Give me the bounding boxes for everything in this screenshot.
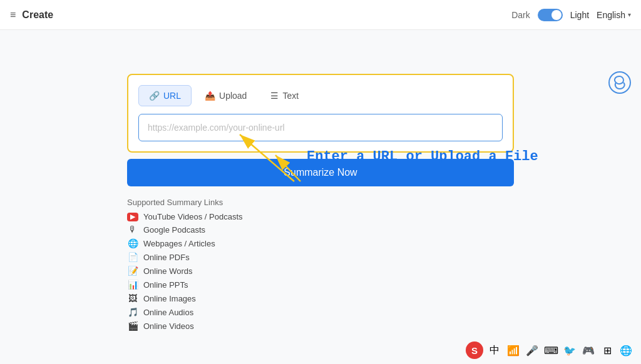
images-icon: 🖼 <box>127 293 138 304</box>
item-label-google-podcasts: Google Podcasts <box>143 225 205 235</box>
upload-icon: 📤 <box>205 91 215 101</box>
url-icon: 🔗 <box>149 91 160 101</box>
supported-links-section: Supported Summary Links ▶ YouTube Videos… <box>127 198 514 331</box>
item-label-audios: Online Audios <box>143 308 193 317</box>
list-item-images: 🖼 Online Images <box>127 293 514 304</box>
tab-url[interactable]: 🔗 URL <box>138 85 192 106</box>
list-item-youtube: ▶ YouTube Videos / Podcasts <box>127 212 514 221</box>
theme-toggle[interactable] <box>538 9 563 21</box>
ppt-icon: 📊 <box>127 279 138 290</box>
item-label-words: Online Words <box>143 266 193 276</box>
theme-dark-label: Dark <box>511 10 530 20</box>
webpages-icon: 🌐 <box>127 238 138 249</box>
callout-text: Enter a URL or Upload a File <box>307 149 538 164</box>
tab-url-label: URL <box>163 91 181 101</box>
item-label-ppts: Online PPTs <box>143 280 188 290</box>
item-label-images: Online Images <box>143 294 196 303</box>
grid-icon: ⊞ <box>600 343 615 358</box>
word-icon: 📝 <box>127 265 138 276</box>
menu-icon[interactable]: ≡ <box>10 9 16 21</box>
app-title: Create <box>22 9 53 21</box>
item-label-youtube: YouTube Videos / Podcasts <box>143 212 243 221</box>
bottom-taskbar: S 中 📶 🎤 ⌨ 🐦 🎮 ⊞ 🌐 <box>466 341 633 359</box>
game-icon: 🎮 <box>581 343 596 358</box>
bird-icon: 🐦 <box>562 343 577 358</box>
header: ≡ Create Dark Light English ▾ <box>0 0 641 30</box>
list-item-words: 📝 Online Words <box>127 265 514 276</box>
list-item-google-podcasts: 🎙 Google Podcasts <box>127 224 514 235</box>
text-icon: ☰ <box>270 91 279 101</box>
s-icon: S <box>466 341 483 359</box>
list-item-audios: 🎵 Online Audios <box>127 306 514 318</box>
supported-title: Supported Summary Links <box>127 198 514 207</box>
mic-icon: 🎤 <box>525 343 540 358</box>
tab-upload-label: Upload <box>219 91 247 101</box>
list-item-videos: 🎬 Online Videos <box>127 320 514 331</box>
list-item-webpages: 🌐 Webpages / Articles <box>127 238 514 249</box>
list-item-pdfs: 📄 Online PDFs <box>127 251 514 263</box>
language-label: English <box>597 10 625 20</box>
keyboard-icon: ⌨ <box>543 343 558 358</box>
header-right: Dark Light English ▾ <box>511 9 631 21</box>
extra-icon: 🌐 <box>618 343 633 358</box>
language-selector[interactable]: English ▾ <box>597 10 631 20</box>
main-content: 🔗 URL 📤 Upload ☰ Text Summarize Now Supp… <box>0 30 641 331</box>
item-label-webpages: Webpages / Articles <box>143 239 215 248</box>
toggle-knob <box>551 10 562 20</box>
chevron-down-icon: ▾ <box>628 11 631 18</box>
list-item-ppts: 📊 Online PPTs <box>127 279 514 290</box>
item-label-videos: Online Videos <box>143 321 194 331</box>
videos-icon: 🎬 <box>127 320 138 331</box>
url-input[interactable] <box>138 114 503 141</box>
chinese-char-icon: 中 <box>487 343 502 358</box>
pdf-icon: 📄 <box>127 251 138 263</box>
tab-upload[interactable]: 📤 Upload <box>194 85 257 106</box>
header-left: ≡ Create <box>10 9 53 21</box>
tab-text-label: Text <box>282 91 299 101</box>
tab-text[interactable]: ☰ Text <box>260 85 309 106</box>
audios-icon: 🎵 <box>127 306 138 318</box>
google-podcasts-icon: 🎙 <box>127 224 138 235</box>
youtube-icon: ▶ <box>127 213 138 221</box>
tab-bar: 🔗 URL 📤 Upload ☰ Text <box>138 85 503 106</box>
input-panel: 🔗 URL 📤 Upload ☰ Text <box>127 74 514 153</box>
wifi-icon: 📶 <box>506 343 521 358</box>
theme-light-label: Light <box>570 10 589 20</box>
item-label-pdfs: Online PDFs <box>143 253 190 262</box>
